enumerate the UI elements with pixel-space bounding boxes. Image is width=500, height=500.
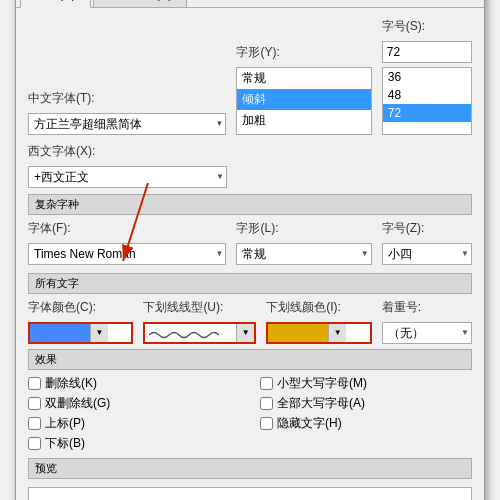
superscript-label: 上标(P) [45,415,85,432]
emphasis-group: 着重号: （无） ▼ [382,299,472,344]
font-style-group: 字形(Y): 常规 倾斜 加粗 [236,44,371,135]
emphasis-select-wrapper[interactable]: （无） ▼ [382,322,472,344]
tab-font[interactable]: 字体(N) [20,0,91,8]
double-strikethrough-label: 双删除线(G) [45,395,110,412]
tab-spacing[interactable]: 字符间距(R) [93,0,188,7]
complex-style-select[interactable]: 常规 [236,243,371,265]
font-size-input-wrapper[interactable] [382,41,472,63]
chinese-font-select-wrapper[interactable]: 方正兰亭超细黑简体 ▼ [28,113,226,135]
font-size-input[interactable] [382,41,472,63]
underline-type-dropdown-icon[interactable]: ▼ [236,324,254,342]
complex-style-select-wrapper[interactable]: 常规 ▼ [236,243,371,265]
font-color-group: 字体颜色(C): ▼ [28,299,133,344]
underline-type-group: 下划线线型(U): ▼ [143,299,256,344]
complex-font-label: 字体(F): [28,220,226,237]
all-caps-label: 全部大写字母(A) [277,395,365,412]
row-western-font: 西文字体(X): +西文正文 ▼ [28,143,472,188]
superscript-row: 上标(P) [28,415,240,432]
chinese-font-select[interactable]: 方正兰亭超细黑简体 [28,113,226,135]
preview-box: 微软雅黑 软件技巧 [28,487,472,501]
hidden-row: 隐藏文字(H) [260,415,472,432]
western-font-label: 西文字体(X): [28,143,227,160]
all-caps-row: 全部大写字母(A) [260,395,472,412]
small-caps-checkbox[interactable] [260,377,273,390]
hidden-checkbox[interactable] [260,417,273,430]
all-text-section: 所有文字 字体颜色(C): ▼ 下划线线型(U): [28,273,472,344]
chinese-font-group: 中文字体(T): 方正兰亭超细黑简体 ▼ [28,90,226,135]
hidden-label: 隐藏文字(H) [277,415,342,432]
complex-size-select-wrapper[interactable]: 小四 ▼ [382,243,472,265]
strikethrough-checkbox[interactable] [28,377,41,390]
complex-font-row: 字体(F): Times New Roman ▼ 字形(L): 常规 [28,220,472,265]
underline-color-select[interactable]: ▼ [266,322,371,344]
complex-style-group: 字形(L): 常规 ▼ [236,220,371,265]
style-item-italic[interactable]: 倾斜 [237,89,370,110]
font-color-select[interactable]: ▼ [28,322,133,344]
complex-font-section: 复杂字种 字体(F): Times New Roman ▼ 字形(L): [28,194,472,265]
font-style-label: 字形(Y): [236,44,371,61]
subscript-row: 下标(B) [28,435,240,452]
emphasis-label: 着重号: [382,299,472,316]
emphasis-select[interactable]: （无） [382,322,472,344]
effects-title: 效果 [28,349,472,370]
tabs-bar: 字体(N) 字符间距(R) [16,0,484,8]
all-caps-checkbox[interactable] [260,397,273,410]
font-color-label: 字体颜色(C): [28,299,133,316]
double-strikethrough-row: 双删除线(G) [28,395,240,412]
font-color-dropdown-icon[interactable]: ▼ [90,324,108,342]
preview-title: 预览 [28,458,472,479]
western-font-select-wrapper[interactable]: +西文正文 ▼ [28,166,227,188]
strikethrough-row: 删除线(K) [28,375,240,392]
font-color-swatch [30,324,90,342]
dialog-content: 中文字体(T): 方正兰亭超细黑简体 ▼ 字形(Y): 常规 倾斜 加粗 字号(… [16,8,484,501]
row-chinese-font: 中文字体(T): 方正兰亭超细黑简体 ▼ 字形(Y): 常规 倾斜 加粗 字号(… [28,18,472,135]
font-size-listbox[interactable]: 36 48 72 [382,67,472,135]
complex-font-select-wrapper[interactable]: Times New Roman ▼ [28,243,226,265]
complex-font-select[interactable]: Times New Roman [28,243,226,265]
size-72[interactable]: 72 [383,104,471,122]
font-style-listbox[interactable]: 常规 倾斜 加粗 [236,67,371,135]
strikethrough-label: 删除线(K) [45,375,97,392]
font-size-group: 字号(S): 36 48 72 [382,18,472,135]
underline-color-dropdown-icon[interactable]: ▼ [328,324,346,342]
underline-preview [145,324,236,342]
underline-color-label: 下划线颜色(I): [266,299,371,316]
complex-font-title: 复杂字种 [28,194,472,215]
small-caps-row: 小型大写字母(M) [260,375,472,392]
double-strikethrough-checkbox[interactable] [28,397,41,410]
chinese-font-label: 中文字体(T): [28,90,226,107]
preview-text: 微软雅黑 [29,488,471,501]
underline-type-select[interactable]: ▼ [143,322,256,344]
small-caps-label: 小型大写字母(M) [277,375,367,392]
underline-color-group: 下划线颜色(I): ▼ [266,299,371,344]
complex-style-label: 字形(L): [236,220,371,237]
effects-section: 效果 删除线(K) 小型大写字母(M) 双删除线(G) 全部大写字母(A) [28,349,472,452]
font-dialog: W 字体 ─ ✕ 字体(N) 字符间距(R) 中文字体(T): 方正兰亭超细黑简… [15,0,485,500]
underline-color-swatch [268,324,328,342]
underline-type-label: 下划线线型(U): [143,299,256,316]
font-size-label: 字号(S): [382,18,472,35]
size-48[interactable]: 48 [383,86,471,104]
style-item-bold[interactable]: 加粗 [237,110,370,131]
complex-size-group: 字号(Z): 小四 ▼ [382,220,472,265]
western-font-group: 西文字体(X): +西文正文 ▼ [28,143,227,188]
all-text-title: 所有文字 [28,273,472,294]
complex-font-group: 字体(F): Times New Roman ▼ [28,220,226,265]
complex-size-select[interactable]: 小四 [382,243,472,265]
size-36[interactable]: 36 [383,68,471,86]
effects-grid: 删除线(K) 小型大写字母(M) 双删除线(G) 全部大写字母(A) 上标(P) [28,375,472,452]
superscript-checkbox[interactable] [28,417,41,430]
preview-section: 预览 微软雅黑 软件技巧 [28,458,472,501]
style-item-regular[interactable]: 常规 [237,68,370,89]
subscript-label: 下标(B) [45,435,85,452]
complex-size-label: 字号(Z): [382,220,472,237]
subscript-checkbox[interactable] [28,437,41,450]
all-text-controls-row: 字体颜色(C): ▼ 下划线线型(U): [28,299,472,344]
western-font-select[interactable]: +西文正文 [28,166,227,188]
